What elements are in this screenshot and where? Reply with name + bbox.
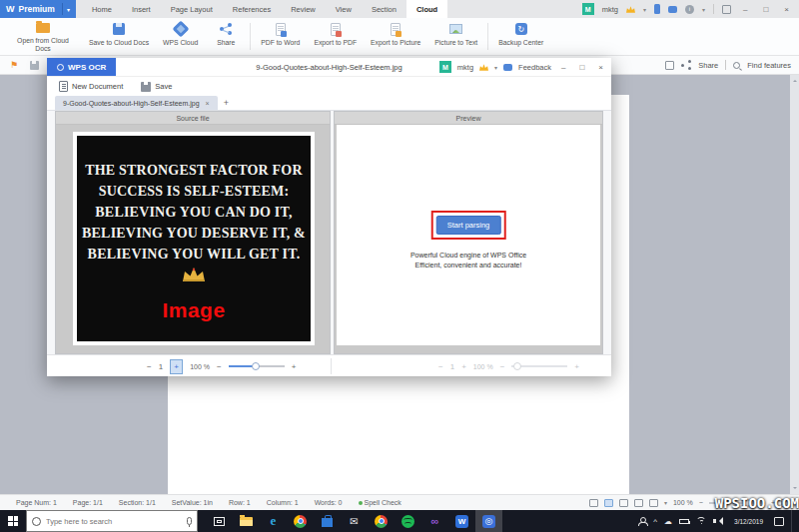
- status-spell-check[interactable]: Spell Check: [365, 499, 401, 506]
- wps-ocr-app-button[interactable]: ◎: [475, 510, 502, 532]
- zoom-slider[interactable]: [229, 365, 285, 367]
- zoom-slider[interactable]: [511, 365, 567, 367]
- edge-button[interactable]: e: [260, 510, 287, 532]
- export-to-picture-button[interactable]: Export to Picture: [364, 18, 427, 55]
- view-mode-3-icon[interactable]: [619, 499, 628, 507]
- file-explorer-button[interactable]: [233, 510, 260, 532]
- clock-date[interactable]: 3/12/2019: [730, 518, 767, 525]
- mobile-app-icon[interactable]: [654, 4, 660, 14]
- workspace-icon[interactable]: [722, 5, 731, 14]
- people-icon[interactable]: [638, 517, 646, 526]
- spotify-button[interactable]: [395, 510, 421, 532]
- chevron-down-icon[interactable]: ▾: [643, 6, 646, 13]
- task-view-button[interactable]: [206, 510, 233, 532]
- minimize-button[interactable]: –: [557, 63, 569, 72]
- status-section: Section: 1/1: [119, 499, 156, 506]
- export-to-pdf-button[interactable]: Export to PDF: [307, 18, 364, 55]
- tab-home[interactable]: Home: [82, 0, 122, 18]
- tab-insert[interactable]: Insert: [122, 0, 161, 18]
- share-icon[interactable]: [681, 60, 691, 70]
- action-center-icon[interactable]: [774, 517, 784, 526]
- feedback-icon[interactable]: [503, 64, 512, 71]
- wps-office-button[interactable]: W: [448, 510, 475, 532]
- tab-page-layout[interactable]: Page Layout: [161, 0, 223, 18]
- taskbar-search[interactable]: [26, 510, 198, 532]
- new-tab-button[interactable]: +: [224, 98, 229, 108]
- wps-cloud-button[interactable]: WPS Cloud: [156, 18, 205, 55]
- vertical-scrollbar[interactable]: [790, 75, 799, 494]
- view-mode-2-icon[interactable]: [604, 499, 613, 507]
- premium-button[interactable]: W Premium ▾: [0, 0, 76, 18]
- page-next-button[interactable]: +: [461, 362, 466, 371]
- backup-center-button[interactable]: ↻ Backup Center: [491, 18, 550, 55]
- minimize-button[interactable]: –: [739, 5, 751, 14]
- source-image[interactable]: THE STRONGEST FACTOR FOR SUCCESS IS SELF…: [73, 132, 315, 345]
- save-to-cloud-docs-button[interactable]: Save to Cloud Docs: [82, 18, 156, 55]
- feedback-chat-icon[interactable]: [668, 6, 677, 13]
- restore-button[interactable]: □: [759, 5, 772, 14]
- page-prev-button[interactable]: −: [147, 362, 152, 371]
- tab-close-icon[interactable]: ×: [206, 100, 210, 107]
- pdf-to-word-button[interactable]: PDF to Word: [254, 18, 307, 55]
- tab-review[interactable]: Review: [281, 0, 326, 18]
- mail-button[interactable]: ✉: [341, 510, 368, 532]
- preview-icon[interactable]: [665, 61, 674, 70]
- maximize-button[interactable]: □: [575, 63, 588, 72]
- find-features-label[interactable]: Find features: [747, 61, 791, 70]
- zoom-out-button[interactable]: −: [217, 362, 222, 371]
- ocr-app-tab[interactable]: WPS OCR: [47, 58, 116, 76]
- ocr-file-tab[interactable]: 9-Good-Quotes-about-High-Self-Esteem.jpg…: [55, 96, 218, 110]
- zoom-in-button[interactable]: +: [292, 362, 297, 371]
- chevron-down-icon[interactable]: ▾: [664, 499, 667, 506]
- save-icon[interactable]: [30, 61, 39, 70]
- account-name[interactable]: mktg: [457, 63, 473, 72]
- open-from-cloud-docs-button[interactable]: Open from Cloud Docs: [4, 18, 82, 55]
- zoom-out-button[interactable]: −: [699, 499, 703, 506]
- page-next-button[interactable]: +: [170, 359, 183, 374]
- visual-studio-button[interactable]: ∞: [421, 510, 448, 532]
- page-prev-button[interactable]: −: [438, 362, 443, 371]
- tab-view[interactable]: View: [326, 0, 362, 18]
- show-desktop-button[interactable]: [791, 510, 795, 532]
- battery-icon[interactable]: [679, 519, 689, 524]
- search-input[interactable]: [46, 517, 182, 526]
- zoom-slider-handle[interactable]: [513, 362, 521, 370]
- feedback-label[interactable]: Feedback: [518, 63, 551, 72]
- chrome-profile-button[interactable]: [368, 510, 395, 532]
- share-label[interactable]: Share: [698, 61, 718, 70]
- onedrive-cloud-icon[interactable]: ☁: [664, 517, 672, 526]
- picture-to-text-button[interactable]: Picture to Text: [427, 18, 484, 55]
- view-mode-4-icon[interactable]: [634, 499, 643, 507]
- flag-icon[interactable]: ⚑: [10, 60, 18, 70]
- account-avatar[interactable]: M: [582, 3, 594, 15]
- search-icon[interactable]: [733, 62, 740, 69]
- new-document-button[interactable]: New Document: [59, 81, 123, 92]
- wifi-icon[interactable]: [696, 517, 706, 525]
- chevron-down-icon[interactable]: ▾: [67, 6, 70, 13]
- zoom-out-button[interactable]: −: [500, 362, 505, 371]
- hidden-icons-chevron[interactable]: ^: [653, 517, 657, 526]
- share-button[interactable]: Share: [205, 18, 247, 55]
- tab-section[interactable]: Section: [362, 0, 406, 18]
- account-name[interactable]: mktg: [602, 5, 618, 14]
- save-button[interactable]: Save: [141, 82, 172, 92]
- microphone-icon[interactable]: [187, 517, 192, 525]
- start-button[interactable]: [0, 510, 26, 532]
- tab-cloud[interactable]: Cloud: [406, 0, 447, 18]
- chevron-down-icon[interactable]: ▾: [702, 6, 705, 13]
- store-button[interactable]: [314, 510, 341, 532]
- chrome-button[interactable]: [287, 510, 314, 532]
- close-button[interactable]: ×: [594, 63, 607, 72]
- info-icon[interactable]: i: [685, 5, 694, 14]
- page-layout-icon[interactable]: [649, 499, 658, 507]
- close-button[interactable]: ×: [780, 5, 793, 14]
- account-avatar[interactable]: M: [439, 61, 451, 73]
- button-label: Save to Cloud Docs: [89, 39, 149, 47]
- view-mode-1-icon[interactable]: [589, 499, 598, 507]
- tab-references[interactable]: References: [223, 0, 281, 18]
- zoom-slider-handle[interactable]: [252, 362, 260, 370]
- chevron-down-icon[interactable]: ▾: [494, 64, 497, 71]
- zoom-in-button[interactable]: +: [574, 362, 579, 371]
- volume-muted-icon[interactable]: ×: [713, 517, 723, 525]
- start-parsing-button[interactable]: Start parsing: [436, 216, 501, 235]
